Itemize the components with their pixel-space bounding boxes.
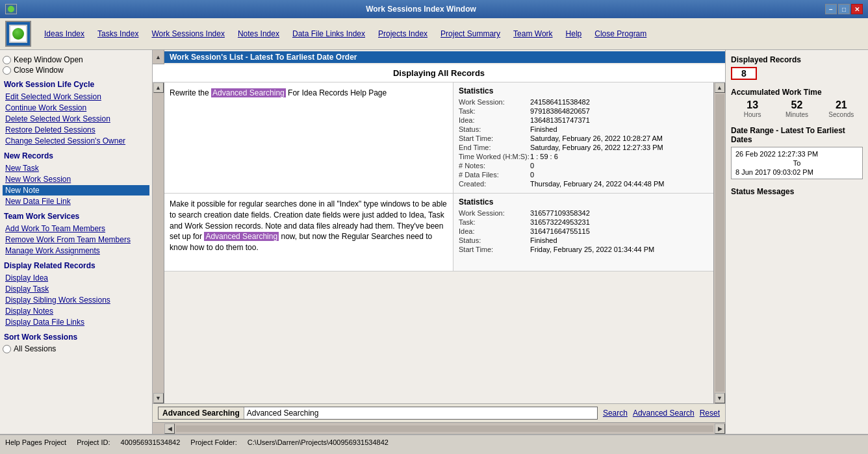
sidebar-edit-work-session[interactable]: Edit Selected Work Session (3, 92, 149, 102)
records-count-badge: 8 (731, 67, 757, 80)
left-scroll-column: ▲ ▼ (153, 82, 164, 403)
display-all-records-title: Displaying All Records (153, 64, 725, 82)
sidebar-display-notes[interactable]: Display Notes (3, 306, 149, 316)
minutes-col: 52 Minutes (775, 99, 818, 118)
project-folder-label: Project Folder: (190, 438, 237, 446)
bottom-scroll-bar: ◀ ▶ (153, 422, 725, 434)
section-title-lifecycle: Work Session Life Cycle (4, 80, 149, 89)
reset-button[interactable]: Reset (700, 409, 720, 418)
menu-tasks-index[interactable]: Tasks Index (92, 27, 144, 41)
seconds-col: 21 Seconds (820, 99, 863, 118)
table-row: Rewrite the Advanced Searching For Idea … (164, 82, 713, 194)
accumulated-time-title: Accumulated Work Time (731, 88, 863, 97)
record-description-1: Rewrite the Advanced Searching For Idea … (164, 82, 453, 193)
advanced-search-button[interactable]: Advanced Search (633, 409, 695, 418)
project-label: Help Pages Project (5, 438, 66, 446)
window-title: Work Sessions Index Window (17, 5, 825, 14)
right-scroll-column: ▲ ▼ (713, 82, 725, 403)
scroll-left-up[interactable]: ▲ (153, 82, 164, 93)
sidebar-new-note[interactable]: New Note (3, 185, 149, 195)
app-logo (5, 21, 31, 47)
seconds-label: Seconds (820, 111, 863, 118)
displayed-records-section: Displayed Records 8 (731, 55, 863, 80)
content-header-row: ▲ Work Session's List - Latest To Earlie… (153, 50, 725, 64)
record-stats-2: Statistics Work Session: 316577109358342… (453, 194, 713, 271)
menu-ideas-index[interactable]: Ideas Index (39, 27, 90, 41)
menu-team-work[interactable]: Team Work (508, 27, 557, 41)
stats-task-2: Task: 316573224953231 (459, 218, 708, 226)
menu-work-sessions-index[interactable]: Work Sessions Index (146, 27, 230, 41)
records-list: Rewrite the Advanced Searching For Idea … (164, 82, 713, 403)
stats-notes-1: # Notes: 0 (459, 162, 708, 170)
sidebar-new-task[interactable]: New Task (3, 163, 149, 173)
sidebar-remove-work-team[interactable]: Remove Work From Team Members (3, 234, 149, 245)
menu-projects-index[interactable]: Projects Index (373, 27, 433, 41)
scroll-up-arrow[interactable]: ▲ (153, 51, 164, 64)
stats-status-1: Status: Finished (459, 125, 708, 133)
stats-time-worked-1: Time Worked (H:M:S): 1 : 59 : 6 (459, 153, 708, 160)
scroll-right-up[interactable]: ▲ (715, 82, 725, 93)
date-to-value: 8 Jun 2017 09:03:02 PM (735, 168, 858, 176)
menu-data-file-links-index[interactable]: Data File Links Index (287, 27, 370, 41)
status-bar: Help Pages Project Project ID: 400956931… (0, 434, 868, 449)
status-messages-section: Status Messages (731, 187, 863, 199)
status-messages-title: Status Messages (731, 187, 863, 196)
scroll-left-down[interactable]: ▼ (153, 393, 164, 403)
menu-help[interactable]: Help (561, 27, 587, 41)
sidebar-display-data-files[interactable]: Display Data File Links (3, 317, 149, 327)
restore-button[interactable]: □ (838, 4, 850, 14)
stats-start-time-1: Start Time: Saturday, February 26, 2022 … (459, 134, 708, 142)
search-button[interactable]: Search (603, 409, 628, 418)
highlight-advanced-2: Advanced Searching (204, 232, 279, 241)
section-title-team-work: Team Work Services (4, 212, 149, 221)
stats-start-time-2: Start Time: Friday, February 25, 2022 01… (459, 246, 708, 253)
menu-close-program[interactable]: Close Program (589, 27, 652, 41)
sidebar-change-sessions-owner[interactable]: Change Selected Session's Owner (3, 136, 149, 146)
scroll-bottom-left[interactable]: ◀ (164, 423, 175, 434)
sidebar-continue-work-session[interactable]: Continue Work Session (3, 103, 149, 113)
stats-title-1: Statistics (459, 86, 708, 95)
date-range-title: Date Range - Latest To Earliest Dates (731, 126, 863, 144)
all-sessions-radio[interactable]: All Sessions (3, 344, 149, 353)
title-bar: Work Sessions Index Window − □ ✕ (0, 0, 868, 18)
search-input[interactable] (244, 407, 597, 419)
stats-idea-2: Idea: 316471664755115 (459, 227, 708, 235)
displayed-records-title: Displayed Records (731, 55, 863, 64)
scroll-bottom-right[interactable]: ▶ (715, 423, 725, 434)
stats-status-2: Status: Finished (459, 236, 708, 244)
menu-notes-index[interactable]: Notes Index (233, 27, 285, 41)
scroll-right-down[interactable]: ▼ (715, 393, 725, 403)
accumulated-work-time-section: Accumulated Work Time 13 Hours 52 Minute… (731, 88, 863, 118)
close-window-radio[interactable]: Close Window (3, 66, 149, 75)
sidebar-display-idea[interactable]: Display Idea (3, 273, 149, 283)
search-label: Advanced Searching (159, 407, 244, 419)
sidebar-add-work-team[interactable]: Add Work To Team Members (3, 223, 149, 234)
minimize-button[interactable]: − (825, 4, 837, 14)
right-panel: Displayed Records 8 Accumulated Work Tim… (725, 50, 868, 434)
sidebar-display-task[interactable]: Display Task (3, 284, 149, 294)
stats-title-2: Statistics (459, 197, 708, 207)
sidebar-manage-assignments[interactable]: Manage Work Assignments (3, 246, 149, 256)
date-range-section: Date Range - Latest To Earliest Dates 26… (731, 126, 863, 179)
stats-datafiles-1: # Data Files: 0 (459, 171, 708, 179)
search-bar: Advanced Searching Search Advanced Searc… (153, 403, 725, 422)
highlight-advanced-1: Advanced Searching (211, 88, 286, 97)
keep-window-open-radio[interactable]: Keep Window Open (3, 55, 149, 64)
sidebar-delete-work-session[interactable]: Delete Selected Work Session (3, 114, 149, 124)
section-title-sort: Sort Work Sessions (4, 333, 149, 342)
hours-value: 13 (731, 99, 774, 111)
sidebar-restore-deleted-sessions[interactable]: Restore Deleted Sessions (3, 125, 149, 135)
stats-end-time-1: End Time: Saturday, February 26, 2022 12… (459, 144, 708, 151)
menu-project-summary[interactable]: Project Summary (435, 27, 505, 41)
main-container: Keep Window Open Close Window Work Sessi… (0, 50, 868, 434)
window-behavior-group: Keep Window Open Close Window (3, 55, 149, 75)
app-icon-small (5, 4, 17, 14)
minutes-label: Minutes (775, 111, 818, 118)
sidebar-display-sibling[interactable]: Display Sibling Work Sessions (3, 295, 149, 305)
sidebar-new-work-session[interactable]: New Work Session (3, 174, 149, 184)
hours-label: Hours (731, 111, 774, 118)
close-button[interactable]: ✕ (851, 4, 863, 14)
record-stats-1: Statistics Work Session: 241586411538482… (453, 82, 713, 193)
sidebar-new-data-file-link[interactable]: New Data File Link (3, 196, 149, 207)
hours-col: 13 Hours (731, 99, 774, 118)
